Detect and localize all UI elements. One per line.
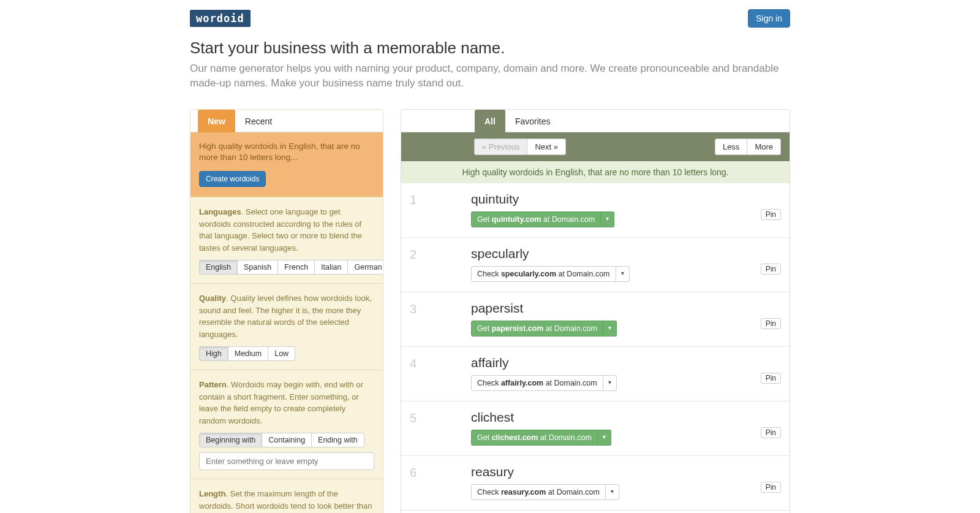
result-number: 6: [410, 465, 471, 480]
section-quality: Quality. Quality level defines how wordo…: [190, 283, 383, 370]
chevron-down-icon[interactable]: ▾: [603, 321, 617, 336]
pattern-option-containing[interactable]: Containing: [262, 433, 312, 447]
chevron-down-icon[interactable]: ▾: [606, 484, 619, 500]
result-number: 5: [410, 410, 471, 425]
length-label: Length: [199, 489, 225, 498]
tab-new[interactable]: New: [198, 110, 235, 132]
result-word: papersist: [471, 301, 750, 316]
result-row: 3papersistGet papersist.com at Domain.co…: [401, 292, 790, 347]
pattern-option-beginning-with[interactable]: Beginning with: [199, 433, 262, 447]
domain-button[interactable]: Check affairly.com at Domain.com: [471, 375, 603, 391]
pin-button[interactable]: Pin: [761, 482, 781, 493]
pattern-input[interactable]: [199, 452, 374, 470]
results-list: 1quintuityGet quintuity.com at Domain.co…: [401, 183, 790, 513]
chevron-down-icon[interactable]: ▾: [616, 266, 630, 282]
languages-label: Languages: [199, 207, 241, 216]
settings-panel: New Recent High quality wordoids in Engl…: [190, 109, 383, 513]
result-row: 2specularlyCheck specularly.com at Domai…: [401, 238, 790, 292]
page-subtitle: Our name generator helps you with naming…: [190, 61, 790, 91]
pin-button[interactable]: Pin: [761, 264, 781, 275]
languages-options: EnglishSpanishFrenchItalianGerman: [199, 260, 383, 275]
section-length: Length. Set the maximum length of the wo…: [190, 479, 383, 513]
result-word: specularly: [471, 246, 750, 261]
domain-button[interactable]: Get clichest.com at Domain.com: [471, 430, 598, 446]
pin-button[interactable]: Pin: [761, 318, 781, 329]
quality-options: HighMediumLow: [199, 346, 295, 361]
pager-next-button[interactable]: Next »: [527, 139, 566, 155]
results-summary: High quality wordoids in English, that a…: [401, 161, 790, 183]
language-option-italian[interactable]: Italian: [315, 260, 348, 275]
page-title: Start your business with a memorable nam…: [190, 39, 790, 58]
logo[interactable]: wordoid: [190, 10, 251, 27]
chevron-down-icon[interactable]: ▾: [598, 430, 611, 446]
create-wordoids-button[interactable]: Create wordoids: [199, 171, 266, 187]
result-word: affairly: [471, 355, 750, 370]
less-button[interactable]: Less: [715, 139, 747, 155]
result-word: reasury: [471, 465, 750, 479]
tab-recent[interactable]: Recent: [235, 110, 282, 132]
section-languages: Languages. Select one language to get wo…: [190, 197, 383, 283]
pager-prev-button[interactable]: « Previous: [474, 139, 527, 155]
language-option-french[interactable]: French: [278, 260, 315, 275]
result-number: 2: [410, 246, 471, 262]
result-row: 6reasuryCheck reasury.com at Domain.com▾…: [401, 456, 790, 511]
quality-option-medium[interactable]: Medium: [228, 346, 268, 361]
results-density: Less More: [715, 139, 781, 155]
result-number: 4: [410, 355, 471, 371]
pin-button[interactable]: Pin: [761, 373, 781, 384]
section-pattern: Pattern. Wordoids may begin with, end wi…: [190, 370, 383, 479]
result-row: 7othernCheck othern.com at Domain.com▾Pi…: [401, 511, 790, 513]
result-row: 5clichestGet clichest.com at Domain.com▾…: [401, 401, 790, 456]
domain-button[interactable]: Check reasury.com at Domain.com: [471, 484, 606, 500]
result-word: quintuity: [471, 192, 750, 207]
language-option-english[interactable]: English: [199, 260, 238, 275]
language-option-german[interactable]: German: [348, 260, 383, 275]
results-panel: All Favorites « Previous Next » Less Mor…: [401, 109, 790, 513]
length-desc: . Set the maximum length of the wordoids…: [199, 489, 372, 513]
pattern-option-ending-with[interactable]: Ending with: [312, 433, 364, 447]
domain-button[interactable]: Get papersist.com at Domain.com: [471, 321, 603, 336]
pin-button[interactable]: Pin: [761, 427, 781, 438]
pattern-label: Pattern: [199, 380, 227, 389]
result-row: 4affairlyCheck affairly.com at Domain.co…: [401, 347, 790, 401]
domain-button[interactable]: Check specularly.com at Domain.com: [471, 266, 616, 282]
tab-all[interactable]: All: [475, 110, 505, 132]
sign-in-button[interactable]: Sign in: [748, 9, 790, 28]
settings-summary: High quality wordoids in English, that a…: [199, 141, 374, 164]
chevron-down-icon[interactable]: ▾: [603, 375, 617, 391]
pin-button[interactable]: Pin: [761, 209, 781, 220]
quality-option-high[interactable]: High: [199, 346, 228, 361]
result-row: 1quintuityGet quintuity.com at Domain.co…: [401, 183, 790, 238]
pattern-options: Beginning withContainingEnding with: [199, 433, 364, 447]
result-word: clichest: [471, 410, 750, 425]
pager: « Previous Next »: [474, 139, 566, 155]
chevron-down-icon[interactable]: ▾: [601, 211, 614, 227]
language-option-spanish[interactable]: Spanish: [238, 260, 278, 275]
result-number: 3: [410, 301, 471, 316]
more-button[interactable]: More: [747, 139, 781, 155]
domain-button[interactable]: Get quintuity.com at Domain.com: [471, 211, 601, 227]
quality-option-low[interactable]: Low: [268, 346, 295, 361]
result-number: 1: [410, 192, 471, 207]
tab-favorites[interactable]: Favorites: [505, 110, 560, 132]
quality-label: Quality: [199, 294, 226, 303]
